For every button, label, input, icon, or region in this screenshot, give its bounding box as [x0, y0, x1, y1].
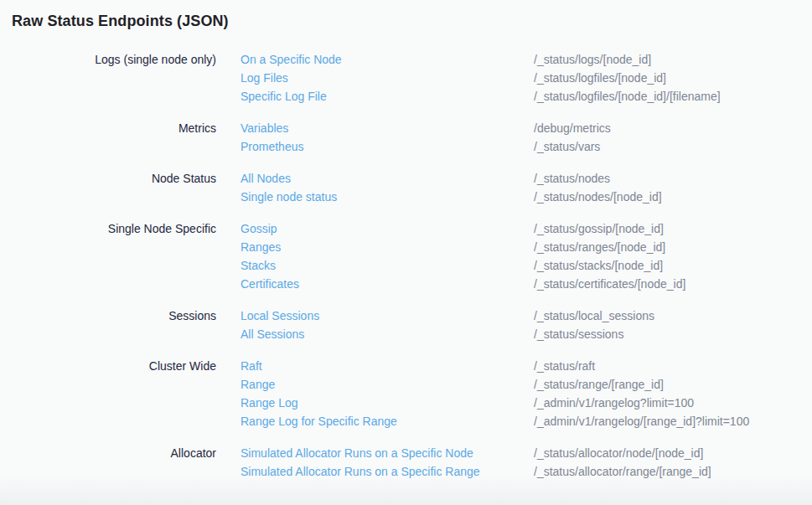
endpoints-column: /_status/gossip/[node_id]/_status/ranges… [534, 219, 800, 293]
endpoints-column: /_status/allocator/node/[node_id]/_statu… [534, 444, 800, 481]
endpoint-path: /_status/logfiles/[node_id] [534, 69, 800, 87]
endpoint-path: /_admin/v1/rangelog?limit=100 [534, 394, 800, 412]
endpoint-link[interactable]: Raft [240, 357, 509, 375]
endpoint-path: /_status/vars [534, 137, 800, 156]
raw-status-endpoints-page: Raw Status Endpoints (JSON) Logs (single… [12, 11, 800, 481]
endpoint-section: Allocator Simulated Allocator Runs on a … [12, 444, 800, 481]
endpoint-link[interactable]: Prometheus [240, 137, 509, 156]
endpoint-path: /_status/nodes/[node_id] [534, 188, 800, 206]
endpoint-path: /_status/certificates/[node_id] [534, 275, 800, 293]
endpoint-link[interactable]: Simulated Allocator Runs on a Specific N… [240, 444, 509, 462]
page-title: Raw Status Endpoints (JSON) [12, 11, 800, 31]
endpoint-link[interactable]: Gossip [240, 219, 509, 238]
endpoint-section: Cluster Wide RaftRangeRange LogRange Log… [12, 357, 800, 430]
endpoint-link[interactable]: Ranges [240, 238, 509, 256]
endpoint-path: /_admin/v1/rangelog/[range_id]?limit=100 [534, 412, 800, 430]
endpoint-path: /_status/logs/[node_id] [534, 50, 800, 69]
category-label: Single Node Specific [12, 219, 216, 293]
links-column: GossipRangesStacksCertificates [240, 219, 509, 293]
category-label: Sessions [12, 307, 216, 343]
endpoint-path: /_status/stacks/[node_id] [534, 256, 800, 275]
endpoints-column: /debug/metrics/_status/vars [534, 119, 800, 156]
endpoint-link[interactable]: Stacks [240, 256, 509, 275]
category-label: Logs (single node only) [12, 50, 216, 106]
endpoint-path: /_status/range/[range_id] [534, 375, 800, 394]
endpoint-section: Sessions Local SessionsAll Sessions /_st… [12, 307, 800, 343]
endpoint-path: /debug/metrics [534, 119, 800, 137]
endpoint-link[interactable]: All Sessions [240, 325, 509, 343]
endpoint-link[interactable]: Single node status [240, 188, 509, 206]
endpoints-column: /_status/raft/_status/range/[range_id]/_… [534, 357, 800, 430]
endpoint-path: /_status/allocator/range/[range_id] [534, 462, 800, 481]
endpoint-link[interactable]: All Nodes [240, 169, 509, 188]
endpoint-link[interactable]: Log Files [240, 69, 509, 87]
endpoint-path: /_status/nodes [534, 169, 800, 188]
endpoint-path: /_status/local_sessions [534, 307, 800, 325]
endpoint-path: /_status/gossip/[node_id] [534, 219, 800, 238]
endpoints-table: Logs (single node only) On a Specific No… [12, 50, 800, 481]
endpoints-column: /_status/local_sessions/_status/sessions [534, 307, 800, 343]
links-column: RaftRangeRange LogRange Log for Specific… [240, 357, 509, 430]
endpoint-link[interactable]: Certificates [240, 275, 509, 293]
category-label: Metrics [12, 119, 216, 156]
endpoint-link[interactable]: Range [240, 375, 509, 394]
endpoint-link[interactable]: Simulated Allocator Runs on a Specific R… [240, 462, 509, 481]
endpoint-section: Logs (single node only) On a Specific No… [12, 50, 800, 106]
category-label: Allocator [12, 444, 216, 481]
links-column: VariablesPrometheus [240, 119, 509, 156]
endpoints-column: /_status/nodes/_status/nodes/[node_id] [534, 169, 800, 206]
endpoint-path: /_status/logfiles/[node_id]/[filename] [534, 87, 800, 106]
links-column: Local SessionsAll Sessions [240, 307, 509, 343]
endpoint-link[interactable]: Variables [240, 119, 509, 137]
links-column: Simulated Allocator Runs on a Specific N… [240, 444, 509, 481]
links-column: On a Specific NodeLog FilesSpecific Log … [240, 50, 509, 106]
endpoints-column: /_status/logs/[node_id]/_status/logfiles… [534, 50, 800, 106]
endpoint-section: Metrics VariablesPrometheus /debug/metri… [12, 119, 800, 156]
endpoint-link[interactable]: Range Log [240, 394, 509, 412]
category-label: Node Status [12, 169, 216, 206]
endpoint-path: /_status/raft [534, 357, 800, 375]
endpoint-section: Node Status All NodesSingle node status … [12, 169, 800, 206]
endpoint-path: /_status/sessions [534, 325, 800, 343]
endpoint-path: /_status/ranges/[node_id] [534, 238, 800, 256]
endpoint-link[interactable]: Local Sessions [240, 307, 509, 325]
endpoint-link[interactable]: Specific Log File [240, 87, 509, 106]
endpoint-link[interactable]: Range Log for Specific Range [240, 412, 509, 430]
category-label: Cluster Wide [12, 357, 216, 430]
links-column: All NodesSingle node status [240, 169, 509, 206]
endpoint-section: Single Node Specific GossipRangesStacksC… [12, 219, 800, 293]
endpoint-path: /_status/allocator/node/[node_id] [534, 444, 800, 462]
endpoint-link[interactable]: On a Specific Node [240, 50, 509, 69]
